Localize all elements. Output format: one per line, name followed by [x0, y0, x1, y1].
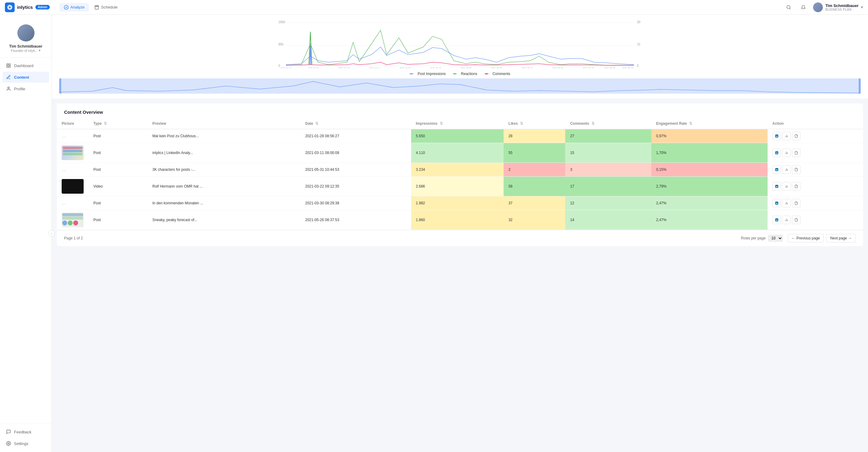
action-linkedin-button[interactable] [772, 149, 781, 157]
svg-text:2021-08-05: 2021-08-05 [604, 67, 615, 68]
svg-rect-2 [95, 5, 99, 9]
col-header-date[interactable]: Date ⇅ [300, 118, 411, 129]
action-export-button[interactable] [792, 199, 801, 207]
action-export-button[interactable] [792, 149, 801, 157]
svg-text:2021-03-30: 2021-03-30 [400, 67, 410, 68]
cell-impressions: 4.110 [411, 143, 504, 163]
cell-preview: inlytics | LinkedIn Analy... [147, 143, 300, 163]
svg-rect-6 [7, 66, 8, 67]
cell-date: 2021-03-11 08:00:08 [300, 143, 411, 163]
action-chart-button[interactable] [782, 182, 791, 191]
prev-arrow-icon: ← [792, 236, 795, 240]
cell-comments: 12 [565, 196, 651, 210]
sidebar-item-feedback[interactable]: Feedback [2, 426, 49, 438]
action-linkedin-button[interactable] [772, 199, 781, 207]
cell-engagement-rate: 2,47% [651, 210, 768, 230]
cell-date: 2021-05-31 10:44:53 [300, 163, 411, 176]
table-body: ... Post Mal kein Post zu Clubhous... 20… [57, 129, 863, 230]
cell-action [768, 163, 863, 176]
col-header-likes[interactable]: Likes ⇅ [504, 118, 565, 129]
prev-page-label: Previous page [797, 236, 820, 240]
top-nav: Analyze Schedule [60, 3, 122, 11]
chart-legend: Post Impressions Reactions Comments [59, 72, 861, 76]
notification-button[interactable] [798, 2, 808, 12]
action-export-button[interactable] [792, 216, 801, 224]
col-header-comments[interactable]: Comments ⇅ [565, 118, 651, 129]
nav-schedule-label: Schedule [101, 5, 118, 9]
sidebar-nav: Dashboard Content Profile [0, 60, 52, 424]
sidebar-item-settings[interactable]: Settings [2, 438, 49, 449]
cell-preview: Rolf Hermann vom OMR hat ... [147, 176, 300, 196]
cell-engagement-rate: 0,97% [651, 129, 768, 143]
table-row: Video Rolf Hermann vom OMR hat ... 2021-… [57, 176, 863, 196]
action-chart-button[interactable] [782, 132, 791, 140]
col-header-engagement-rate[interactable]: Engagement Rate ⇅ [651, 118, 768, 129]
action-export-button[interactable] [792, 165, 801, 174]
action-chart-button[interactable] [782, 165, 791, 174]
action-linkedin-button[interactable] [772, 182, 781, 191]
cell-picture [57, 210, 89, 230]
sort-impressions-icon: ⇅ [440, 121, 443, 126]
cell-impressions: 1.860 [411, 210, 504, 230]
action-export-button[interactable] [792, 182, 801, 191]
svg-text:950: 950 [278, 43, 283, 46]
pagination-bar: Page 1 of 2 Rows per page 10 20 50 [57, 230, 863, 246]
action-chart-button[interactable] [782, 149, 791, 157]
svg-text:2021-08-23: 2021-08-23 [622, 67, 633, 68]
svg-text:2021-03-11: 2021-03-11 [369, 67, 380, 68]
table-row: ... Post In den kommenden Monaten ... 20… [57, 196, 863, 210]
rows-per-page-select[interactable]: 10 20 50 [768, 235, 783, 241]
cell-comments: 14 [565, 210, 651, 230]
next-page-button[interactable]: Next page → [826, 234, 856, 243]
cell-engagement-rate: 1,70% [651, 143, 768, 163]
nav-tab-schedule[interactable]: Schedule [90, 3, 122, 11]
chart-range-selector[interactable] [59, 78, 861, 94]
nav-tab-analyze[interactable]: Analyze [60, 3, 89, 11]
svg-point-1 [64, 5, 68, 9]
sidebar-user-section: Tim Schmidbauer Founder of inlyti... ▾ [0, 20, 52, 58]
action-chart-button[interactable] [782, 216, 791, 224]
chart-container: 1900 950 0 30 15 0 [52, 14, 868, 98]
col-header-type[interactable]: Type ⇅ [89, 118, 147, 129]
sidebar-item-content[interactable]: Content [2, 72, 49, 83]
sidebar-settings-label: Settings [14, 441, 28, 446]
action-export-button[interactable] [792, 132, 801, 140]
cell-engagement-rate: 2,47% [651, 196, 768, 210]
svg-text:0: 0 [278, 64, 280, 67]
svg-text:2021-04-19: 2021-04-19 [430, 67, 441, 68]
table-wrapper: Picture Type ⇅ Preview Date ⇅ Impression… [57, 118, 863, 230]
cell-date: 2021-01-28 08:56:27 [300, 129, 411, 143]
cell-likes: 55 [504, 143, 565, 163]
table-row: ... Post Mal kein Post zu Clubhous... 20… [57, 129, 863, 143]
sidebar-bottom: Feedback Settings [0, 424, 52, 452]
cell-date: 2021-03-22 09:12:35 [300, 176, 411, 196]
action-linkedin-button[interactable] [772, 165, 781, 174]
svg-point-3 [787, 5, 790, 9]
svg-text:2021-05-25: 2021-05-25 [491, 67, 502, 68]
svg-point-35 [454, 73, 455, 74]
col-header-preview: Preview [147, 118, 300, 129]
sidebar-item-profile[interactable]: Profile [2, 83, 49, 94]
svg-point-41 [776, 135, 776, 136]
action-linkedin-button[interactable] [772, 132, 781, 140]
cell-preview: 3K characters for posts -... [147, 163, 300, 176]
col-header-impressions[interactable]: Impressions ⇅ [411, 118, 504, 129]
thumbnail-image [62, 213, 84, 227]
user-profile-button[interactable]: Tim Schmidbauer BUSINESS PLAN ▾ [813, 2, 863, 12]
cell-type: Post [89, 196, 147, 210]
legend-comments-label: Comments [493, 72, 510, 76]
sidebar-dropdown-icon[interactable]: ▾ [39, 49, 40, 53]
action-linkedin-button[interactable] [772, 216, 781, 224]
search-button[interactable] [784, 2, 794, 12]
no-thumbnail: ... [62, 167, 66, 172]
sidebar-item-dashboard[interactable]: Dashboard [2, 60, 49, 71]
content-table: Picture Type ⇅ Preview Date ⇅ Impression… [57, 118, 863, 230]
sidebar-collapse-button[interactable]: ‹ [49, 230, 55, 236]
page-info: Page 1 of 2 [64, 236, 83, 240]
action-chart-button[interactable] [782, 199, 791, 207]
svg-point-37 [486, 73, 487, 74]
prev-page-button[interactable]: ← Previous page [788, 234, 824, 243]
cell-impressions: 3.234 [411, 163, 504, 176]
cell-date: 2021-05-26 08:37:53 [300, 210, 411, 230]
pagination-nav: ← Previous page Next page → [788, 234, 856, 243]
